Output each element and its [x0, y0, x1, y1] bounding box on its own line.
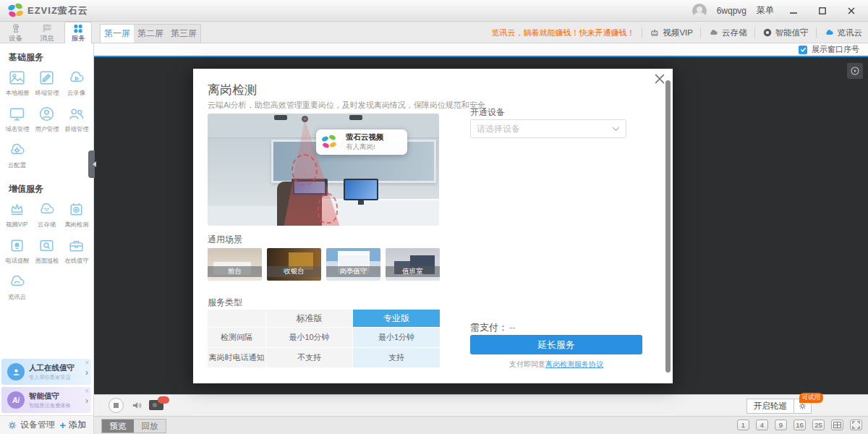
- service-type-title: 服务类型: [208, 297, 242, 309]
- scenario-cashier[interactable]: 收银台: [267, 248, 321, 281]
- stop-button[interactable]: [109, 398, 124, 413]
- device-select[interactable]: 请选择设备: [470, 119, 626, 138]
- sidebar-item-label: 用户管理: [35, 125, 59, 134]
- sidebar-item-group-mgmt[interactable]: 群组管理: [61, 103, 91, 139]
- phone-alert-icon: [8, 237, 26, 255]
- scenario-guard-booth[interactable]: 岗亭值守: [326, 248, 380, 281]
- start-patrol-button[interactable]: 开启轮巡: [746, 399, 794, 414]
- user-icon: [38, 105, 56, 123]
- modal-subtitle: 云端Ai分析，助您高效管理重要岗位，及时发现离岗情况，保障岗位规范和安全: [208, 100, 613, 111]
- table-cell: 检测间隔: [208, 328, 265, 347]
- sidebar-item-label: 云存储: [38, 221, 56, 229]
- sidebar-item-user-mgmt[interactable]: 用户管理: [32, 103, 61, 139]
- sidebar-item-screen-inspect[interactable]: 画面巡检: [32, 234, 61, 271]
- device-management-button[interactable]: 设备管理: [7, 419, 55, 431]
- tab-screen-3[interactable]: 第三屏: [167, 25, 200, 43]
- agreement-link[interactable]: 离岗检测服务协议: [545, 360, 603, 368]
- service-type-table: 标准版 专业版 检测间隔 最小10分钟 最小1分钟 离岗时电话通知 不支持 支持: [208, 310, 440, 367]
- chevron-down-icon: [612, 127, 620, 132]
- ceiling-camera-icon: [302, 116, 308, 122]
- username[interactable]: 6wqpvg: [717, 6, 746, 16]
- fullscreen-icon[interactable]: [850, 420, 862, 430]
- tab-screen-1[interactable]: 第一屏: [101, 25, 134, 43]
- show-window-number-label: 展示窗口序号: [812, 44, 859, 55]
- scenario-duty-room[interactable]: 值班室: [386, 248, 440, 281]
- person-circle-icon: [7, 363, 25, 380]
- tab-screen-2[interactable]: 第二屏: [134, 25, 167, 43]
- nav-item-service[interactable]: 服务: [64, 22, 92, 43]
- sidebar-item-label: 电话提醒: [5, 257, 29, 265]
- table-cell: 最小10分钟: [266, 328, 352, 347]
- app-window: EZVIZ萤石云 6wqpvg 菜单 设备: [0, 0, 868, 434]
- card-manual-duty[interactable]: 人工在线值守 专人帮你看家管店 › ×: [1, 359, 91, 385]
- grid-16-button[interactable]: 16: [793, 420, 806, 430]
- grid-4-button[interactable]: 4: [756, 420, 768, 430]
- sidebar-item-label: 群组管理: [64, 125, 88, 134]
- grid-25-button[interactable]: 25: [812, 420, 825, 430]
- screen-tabs: 第一屏 第二屏 第三屏: [100, 24, 201, 43]
- payment-row: 需支付：--: [470, 321, 516, 334]
- link-cloud-storage[interactable]: 云存储: [700, 27, 747, 38]
- navbar: 设备 消息 服务 第一屏 第二屏 第三屏 览讯云，躺着就能赚钱！快来开通赚钱！: [0, 22, 868, 43]
- group-icon: [67, 105, 85, 123]
- link-smart-duty[interactable]: 智能值守: [754, 27, 809, 38]
- section-title-value-added: 增值服务: [0, 175, 93, 198]
- sidebar-item-lanxun-cloud[interactable]: 览讯云: [2, 271, 32, 307]
- preview-tab[interactable]: 预览: [102, 420, 134, 433]
- bottom-bar: 预览 回放 1 4 9 16 25: [94, 416, 868, 434]
- alert-notification: 萤石云视频 有人离岗!: [316, 129, 407, 155]
- device-management-label: 设备管理: [20, 419, 55, 431]
- sidebar-item-phone-alert[interactable]: 电话提醒: [2, 234, 32, 271]
- sidebar-item-terminal-mgmt[interactable]: 终端管理: [32, 67, 61, 103]
- scenario-label: 前台: [208, 266, 262, 277]
- message-icon: [41, 22, 53, 34]
- sidebar-collapse-handle[interactable]: [88, 150, 95, 178]
- menu-button[interactable]: 菜单: [757, 4, 774, 17]
- sidebar-item-domain-mgmt[interactable]: 域名管理: [2, 103, 32, 139]
- sidebar-item-cloud-config[interactable]: 云配置: [2, 139, 32, 175]
- photo-icon: [8, 69, 26, 87]
- nav-item-device[interactable]: 设备: [2, 22, 30, 43]
- sidebar-item-cloud-storage[interactable]: 云存储: [32, 198, 61, 234]
- volume-icon[interactable]: [130, 399, 144, 414]
- maximize-icon[interactable]: [813, 4, 832, 17]
- link-lanxun-cloud[interactable]: 览讯云: [816, 27, 863, 38]
- table-header: [208, 310, 265, 327]
- grid-1-button[interactable]: 1: [737, 420, 749, 430]
- terminal-icon: [38, 69, 56, 87]
- playback-tab[interactable]: 回放: [134, 420, 166, 433]
- split-screen-icon[interactable]: [831, 420, 843, 430]
- modal-close-icon[interactable]: [655, 74, 666, 85]
- table-header-standard[interactable]: 标准版: [266, 310, 352, 327]
- table-cell: 不支持: [266, 348, 352, 367]
- plus-icon: +: [59, 419, 66, 431]
- sidebar-item-local-album[interactable]: 本地相册: [2, 67, 32, 103]
- sidebar-item-video-vip[interactable]: 视频VIP: [2, 198, 32, 234]
- extend-service-button[interactable]: 延长服务: [470, 335, 642, 354]
- card-smart-duty[interactable]: Ai 智能值守 智能算法免费体验 › ×: [1, 387, 91, 413]
- minimize-icon[interactable]: [784, 4, 803, 17]
- sidebar-item-online-duty[interactable]: 在线值守: [61, 234, 91, 271]
- close-icon[interactable]: ×: [85, 388, 89, 395]
- promo-banner[interactable]: 览讯云，躺着就能赚钱！快来开通赚钱！: [491, 27, 634, 38]
- table-header-professional[interactable]: 专业版: [353, 310, 440, 327]
- sidebar-item-label: 终端管理: [35, 89, 59, 98]
- close-icon[interactable]: ×: [85, 359, 89, 367]
- gear-icon: [7, 420, 17, 430]
- show-window-number-checkbox[interactable]: [799, 46, 807, 54]
- add-device-button[interactable]: + 添加: [59, 419, 86, 431]
- modal-scrollbar[interactable]: [665, 80, 671, 373]
- grid-9-button[interactable]: 9: [775, 420, 787, 430]
- scenario-front-desk[interactable]: 前台: [208, 248, 262, 281]
- play-all-icon[interactable]: [847, 63, 863, 79]
- sidebar-item-leave-detect[interactable]: 离岗检测: [61, 198, 91, 234]
- talk-camera-icon[interactable]: [149, 400, 163, 410]
- close-icon[interactable]: [842, 4, 861, 17]
- scene-monitor-stand: [358, 200, 364, 205]
- nav-item-message[interactable]: 消息: [33, 22, 61, 43]
- link-video-vip[interactable]: 视频VIP: [642, 27, 693, 38]
- chevron-right-icon: ›: [85, 367, 88, 378]
- user-avatar[interactable]: [692, 4, 707, 18]
- sidebar-item-cloud-record[interactable]: 云录像: [61, 67, 91, 103]
- ai-icon-text: Ai: [12, 396, 20, 404]
